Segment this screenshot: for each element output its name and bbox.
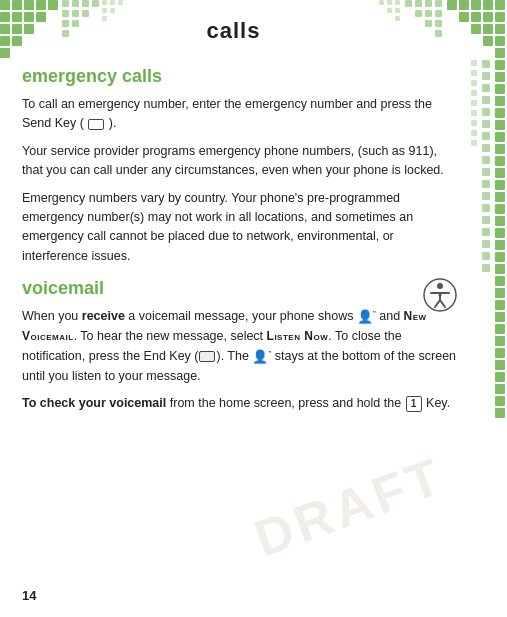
svg-rect-69 bbox=[495, 144, 505, 154]
svg-rect-94 bbox=[482, 84, 490, 92]
svg-rect-79 bbox=[495, 264, 505, 274]
svg-rect-83 bbox=[495, 312, 505, 322]
svg-rect-97 bbox=[482, 120, 490, 128]
svg-rect-99 bbox=[482, 144, 490, 152]
svg-rect-62 bbox=[495, 60, 505, 70]
svg-rect-107 bbox=[482, 240, 490, 248]
vm-p1-mid: a voicemail message, your phone shows bbox=[125, 309, 357, 323]
svg-rect-76 bbox=[495, 228, 505, 238]
svg-rect-117 bbox=[471, 130, 477, 136]
svg-rect-73 bbox=[495, 192, 505, 202]
svg-rect-66 bbox=[495, 108, 505, 118]
emergency-para-1: To call an emergency number, enter the e… bbox=[22, 95, 457, 134]
svg-rect-72 bbox=[495, 180, 505, 190]
svg-rect-106 bbox=[482, 228, 490, 236]
vm-p2-rest: from the home screen, press and hold the bbox=[166, 396, 404, 410]
svg-rect-102 bbox=[482, 180, 490, 188]
emergency-para-2: Your service provider programs emergency… bbox=[22, 142, 457, 181]
svg-rect-82 bbox=[495, 300, 505, 310]
vm-p1-cont3: ). The bbox=[216, 349, 252, 363]
svg-rect-100 bbox=[482, 156, 490, 164]
svg-rect-87 bbox=[495, 360, 505, 370]
svg-rect-85 bbox=[495, 336, 505, 346]
svg-rect-109 bbox=[482, 264, 490, 272]
accessibility-icon: A bbox=[423, 278, 457, 312]
svg-rect-75 bbox=[495, 216, 505, 226]
svg-point-120 bbox=[437, 283, 443, 289]
one-key-icon: 1 bbox=[406, 396, 422, 412]
voicemail-person-icon-2: 👤" bbox=[252, 347, 271, 367]
send-key-icon bbox=[88, 119, 104, 130]
vm-p1-pre: When you bbox=[22, 309, 82, 323]
svg-rect-86 bbox=[495, 348, 505, 358]
voicemail-section: A voicemail When you receive a voicemail… bbox=[22, 278, 457, 413]
svg-rect-108 bbox=[482, 252, 490, 260]
svg-line-124 bbox=[440, 300, 445, 307]
emergency-para-1-text: To call an emergency number, enter the e… bbox=[22, 97, 432, 130]
voicemail-person-icon: 👤" bbox=[357, 307, 376, 327]
svg-rect-84 bbox=[495, 324, 505, 334]
svg-rect-105 bbox=[482, 216, 490, 224]
page-number: 14 bbox=[22, 588, 36, 603]
svg-rect-80 bbox=[495, 276, 505, 286]
page-header: calls bbox=[0, 0, 507, 54]
svg-rect-93 bbox=[482, 72, 490, 80]
emergency-para-3: Emergency numbers vary by country. Your … bbox=[22, 189, 457, 267]
vm-p2-bold: To check your voicemail bbox=[22, 396, 166, 410]
emergency-heading: emergency calls bbox=[22, 66, 457, 87]
svg-rect-111 bbox=[471, 70, 477, 76]
vm-p1-cont: . To hear the new message, select bbox=[74, 329, 267, 343]
svg-rect-115 bbox=[471, 110, 477, 116]
svg-rect-92 bbox=[482, 60, 490, 68]
svg-rect-65 bbox=[495, 96, 505, 106]
vm-p2-end: Key. bbox=[423, 396, 451, 410]
svg-rect-70 bbox=[495, 156, 505, 166]
svg-rect-103 bbox=[482, 192, 490, 200]
svg-rect-118 bbox=[471, 140, 477, 146]
svg-rect-74 bbox=[495, 204, 505, 214]
svg-rect-90 bbox=[495, 396, 505, 406]
svg-rect-77 bbox=[495, 240, 505, 250]
svg-rect-81 bbox=[495, 288, 505, 298]
svg-rect-116 bbox=[471, 120, 477, 126]
svg-text:A: A bbox=[438, 291, 442, 297]
svg-rect-112 bbox=[471, 80, 477, 86]
vm-p1-receive: receive bbox=[82, 309, 125, 323]
emergency-para-1-end: ). bbox=[109, 116, 117, 130]
svg-line-123 bbox=[435, 300, 440, 307]
page-title: calls bbox=[207, 18, 261, 43]
svg-rect-64 bbox=[495, 84, 505, 94]
voicemail-heading: voicemail bbox=[22, 278, 457, 299]
svg-rect-68 bbox=[495, 132, 505, 142]
page-wrapper: DRAFT calls emergency calls To call an e… bbox=[0, 0, 507, 617]
svg-rect-98 bbox=[482, 132, 490, 140]
svg-rect-110 bbox=[471, 60, 477, 66]
svg-rect-78 bbox=[495, 252, 505, 262]
svg-rect-114 bbox=[471, 100, 477, 106]
svg-rect-88 bbox=[495, 372, 505, 382]
end-key-icon bbox=[199, 351, 215, 362]
voicemail-para-1: When you receive a voicemail message, yo… bbox=[22, 307, 457, 386]
svg-rect-89 bbox=[495, 384, 505, 394]
content-area: emergency calls To call an emergency num… bbox=[0, 54, 507, 429]
svg-rect-67 bbox=[495, 120, 505, 130]
svg-rect-91 bbox=[495, 408, 505, 418]
dot-border-right bbox=[457, 60, 507, 617]
svg-rect-95 bbox=[482, 96, 490, 104]
vm-p1-and: and bbox=[376, 309, 404, 323]
svg-rect-71 bbox=[495, 168, 505, 178]
svg-rect-96 bbox=[482, 108, 490, 116]
svg-rect-101 bbox=[482, 168, 490, 176]
emergency-section: emergency calls To call an emergency num… bbox=[22, 66, 457, 266]
svg-rect-104 bbox=[482, 204, 490, 212]
vm-listen-now-label: Listen Now bbox=[267, 329, 329, 343]
svg-rect-113 bbox=[471, 90, 477, 96]
draft-watermark: DRAFT bbox=[246, 445, 451, 568]
svg-rect-63 bbox=[495, 72, 505, 82]
voicemail-para-2: To check your voicemail from the home sc… bbox=[22, 394, 457, 413]
